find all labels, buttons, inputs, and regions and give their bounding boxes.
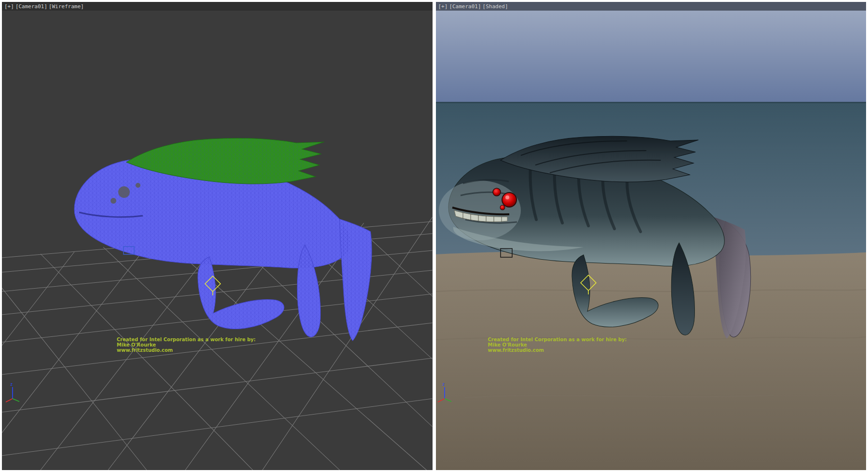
dual-viewport-workspace: [+] [Camera01] [Wireframe] xyxy=(0,0,868,472)
fish-model-wireframe[interactable] xyxy=(74,138,372,341)
sand-ground xyxy=(436,251,867,470)
viewport-right[interactable]: [+] [Camera01] [Shaded] xyxy=(436,2,867,470)
world-axis-tripod: z xyxy=(6,382,19,402)
viewport-menu-camera[interactable]: [Camera01] xyxy=(449,3,481,10)
sky-backdrop xyxy=(436,2,867,104)
wireframe-scene-canvas[interactable]: z xyxy=(2,2,433,470)
viewport-menu-camera[interactable]: [Camera01] xyxy=(15,3,47,10)
viewport-left[interactable]: [+] [Camera01] [Wireframe] xyxy=(2,2,433,470)
viewport-left-header: [+] [Camera01] [Wireframe] xyxy=(2,2,433,11)
scene-credit-text: Created for Intel Corporation as a work … xyxy=(488,337,627,353)
scene-credit-text: Created for Intel Corporation as a work … xyxy=(117,337,256,353)
axis-z-label: z xyxy=(10,382,13,387)
shaded-scene-canvas[interactable]: z xyxy=(436,2,867,470)
viewport-menu-plus[interactable]: [+] xyxy=(4,3,14,10)
viewport-menu-plus[interactable]: [+] xyxy=(438,3,448,10)
viewport-menu-shading[interactable]: [Wireframe] xyxy=(49,3,84,10)
viewport-right-header: [+] [Camera01] [Shaded] xyxy=(436,2,867,11)
axis-z-label: z xyxy=(442,382,445,387)
viewport-menu-shading[interactable]: [Shaded] xyxy=(483,3,508,10)
